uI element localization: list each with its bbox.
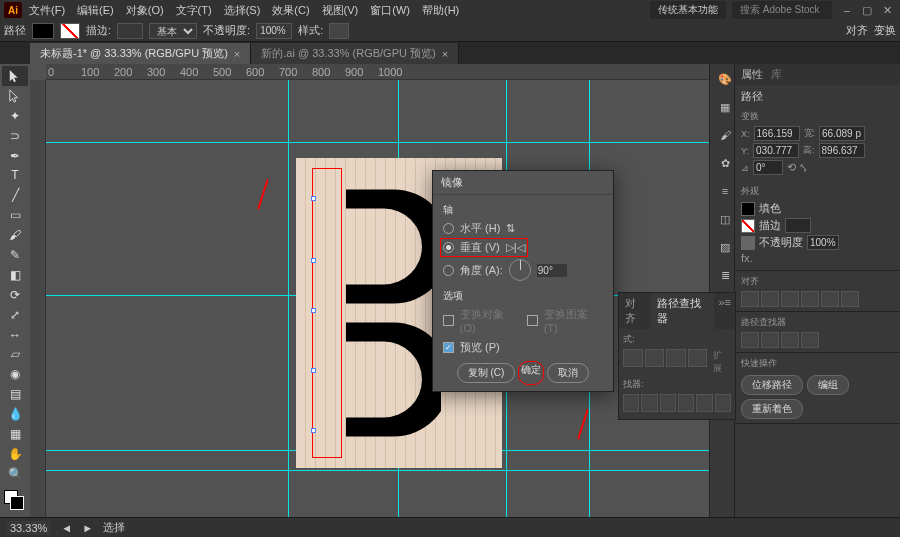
zoom-combo[interactable]: 33.33%	[6, 521, 51, 535]
workspace-switcher[interactable]: 传统基本功能	[650, 1, 726, 19]
align-hcenter[interactable]	[761, 291, 779, 307]
align-menu[interactable]: 对齐	[846, 23, 868, 38]
selection-tool[interactable]	[2, 66, 28, 86]
layers-panel-icon[interactable]: ≣	[713, 264, 737, 286]
brushes-panel-icon[interactable]: 🖌	[713, 124, 737, 146]
shape-builder-tool[interactable]: ◉	[2, 364, 28, 384]
zoom-tool[interactable]: 🔍	[2, 464, 28, 484]
stroke-swatch[interactable]	[741, 219, 755, 233]
menu-view[interactable]: 视图(V)	[317, 1, 364, 20]
magic-wand-tool[interactable]: ✦	[2, 106, 28, 126]
anchor-point[interactable]	[311, 368, 316, 373]
rectangle-tool[interactable]: ▭	[2, 205, 28, 225]
horizontal-radio[interactable]	[443, 223, 454, 234]
stroke-panel-icon[interactable]: ≡	[713, 180, 737, 202]
angle-dial[interactable]	[509, 259, 531, 281]
align-vcenter[interactable]	[821, 291, 839, 307]
align-tab[interactable]: 对齐	[619, 293, 651, 329]
anchor-point[interactable]	[311, 428, 316, 433]
y-input[interactable]	[753, 143, 799, 158]
pf-unite[interactable]	[623, 349, 643, 367]
eyedropper-tool[interactable]: 💧	[2, 404, 28, 424]
menu-effect[interactable]: 效果(C)	[267, 1, 314, 20]
pf-minus-front[interactable]	[645, 349, 665, 367]
menu-file[interactable]: 文件(F)	[24, 1, 70, 20]
panel-menu-icon[interactable]: »≡	[714, 293, 735, 329]
guide[interactable]	[46, 142, 709, 143]
search-input[interactable]: 搜索 Adobe Stock	[732, 1, 832, 19]
fill-stroke-colors[interactable]	[0, 490, 30, 517]
line-tool[interactable]: ╱	[2, 185, 28, 205]
preview-check[interactable]	[443, 342, 454, 353]
vertical-ruler[interactable]	[30, 80, 46, 517]
stroke-color[interactable]	[10, 496, 24, 510]
style-swatch[interactable]	[329, 23, 349, 39]
fill-swatch[interactable]	[741, 202, 755, 216]
cancel-button[interactable]: 取消	[547, 363, 589, 383]
guide[interactable]	[46, 470, 709, 471]
anchor-point[interactable]	[311, 196, 316, 201]
properties-tab[interactable]: 属性	[741, 67, 763, 82]
pathfinder-tab[interactable]: 路径查找器	[651, 293, 714, 329]
pf-exclude[interactable]	[801, 332, 819, 348]
guide[interactable]	[288, 80, 289, 517]
width-tool[interactable]: ↔	[2, 325, 28, 345]
pen-tool[interactable]: ✒	[2, 146, 28, 166]
artboard-tool[interactable]: ▦	[2, 424, 28, 444]
window-maximize[interactable]: ▢	[858, 3, 876, 17]
pf-unite[interactable]	[741, 332, 759, 348]
pf-trim[interactable]	[641, 394, 657, 412]
swatches-panel-icon[interactable]: ▦	[713, 96, 737, 118]
free-transform-tool[interactable]: ▱	[2, 344, 28, 364]
transparency-panel-icon[interactable]: ▨	[713, 236, 737, 258]
menu-select[interactable]: 选择(S)	[219, 1, 266, 20]
type-tool[interactable]: T	[2, 165, 28, 185]
opacity-swatch[interactable]	[741, 236, 755, 250]
close-icon[interactable]: ×	[442, 48, 448, 60]
angle-input[interactable]	[537, 264, 567, 277]
symbols-panel-icon[interactable]: ✿	[713, 152, 737, 174]
eraser-tool[interactable]: ◧	[2, 265, 28, 285]
pencil-tool[interactable]: ✎	[2, 245, 28, 265]
stroke-weight-input[interactable]	[785, 218, 811, 233]
nav-prev[interactable]: ◄	[61, 522, 72, 534]
rotate-input[interactable]	[753, 160, 783, 175]
window-minimize[interactable]: –	[838, 3, 856, 17]
brush-tool[interactable]: 🖌	[2, 225, 28, 245]
pf-crop[interactable]	[678, 394, 694, 412]
tab-doc2[interactable]: 新的.ai @ 33.33% (RGB/GPU 预览)×	[251, 43, 459, 64]
stroke-swatch[interactable]	[60, 23, 80, 39]
stroke-weight[interactable]	[117, 23, 143, 39]
menu-type[interactable]: 文字(T)	[171, 1, 217, 20]
menu-edit[interactable]: 编辑(E)	[72, 1, 119, 20]
offset-path-button[interactable]: 位移路径	[741, 375, 803, 395]
expand-button[interactable]: 扩展	[713, 349, 731, 375]
opacity-input[interactable]	[256, 23, 292, 39]
h-input[interactable]	[819, 143, 865, 158]
angle-radio[interactable]	[443, 265, 454, 276]
align-bottom[interactable]	[841, 291, 859, 307]
letter-shape[interactable]	[346, 188, 441, 438]
menu-object[interactable]: 对象(O)	[121, 1, 169, 20]
pf-outline[interactable]	[696, 394, 712, 412]
color-panel-icon[interactable]: 🎨	[713, 68, 737, 90]
vertical-radio[interactable]	[443, 242, 454, 253]
window-close[interactable]: ✕	[878, 3, 896, 17]
arrange-button[interactable]: 编组	[807, 375, 849, 395]
ok-button[interactable]: 确定	[518, 361, 544, 385]
align-left[interactable]	[741, 291, 759, 307]
horizontal-ruler[interactable]: 01002003004005006007008009001000	[46, 64, 709, 80]
profile-select[interactable]: 基本	[149, 23, 197, 39]
anchor-point[interactable]	[311, 258, 316, 263]
align-top[interactable]	[801, 291, 819, 307]
hand-tool[interactable]: ✋	[2, 444, 28, 464]
pf-exclude[interactable]	[688, 349, 708, 367]
opacity-input[interactable]	[807, 235, 839, 250]
pf-divide[interactable]	[623, 394, 639, 412]
pf-minus[interactable]	[761, 332, 779, 348]
x-input[interactable]	[754, 126, 800, 141]
menu-help[interactable]: 帮助(H)	[417, 1, 464, 20]
rotate-tool[interactable]: ⟳	[2, 285, 28, 305]
w-input[interactable]	[819, 126, 865, 141]
transform-menu[interactable]: 变换	[874, 23, 896, 38]
